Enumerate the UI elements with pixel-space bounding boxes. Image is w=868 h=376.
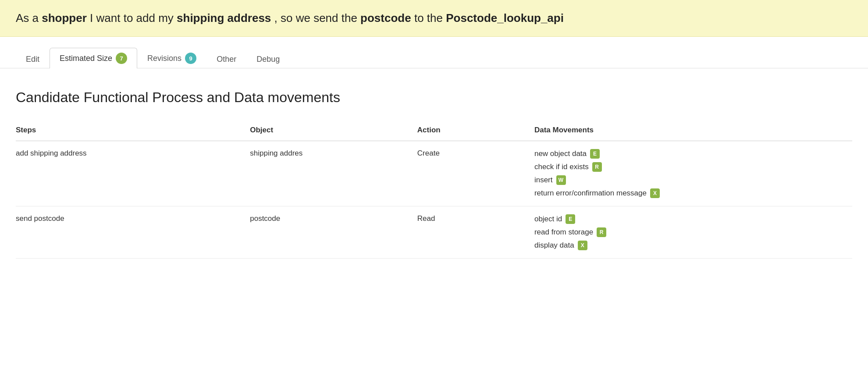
banner-shopper: shopper [42, 11, 87, 25]
data-table: Steps Object Action Data Movements add s… [16, 121, 852, 259]
movement-badge: X [578, 241, 587, 250]
data-movement-line: object idE [534, 214, 852, 224]
tab-edit-label: Edit [26, 55, 39, 64]
movement-text: object id [534, 215, 562, 223]
data-movement-line: check if id existsR [534, 162, 852, 172]
movement-badge: E [566, 214, 575, 224]
cell-action: Read [417, 206, 534, 259]
movement-badge: E [590, 149, 600, 159]
tab-estimated-size[interactable]: Estimated Size 7 [50, 48, 137, 68]
tab-revisions[interactable]: Revisions 9 [137, 48, 206, 68]
movement-text: read from storage [534, 228, 593, 237]
data-movement-line: new object dataE [534, 149, 852, 159]
banner-text: As a shopper I want to add my shipping a… [16, 11, 564, 25]
table-header-row: Steps Object Action Data Movements [16, 121, 852, 141]
banner-shipping-address: shipping address [177, 11, 271, 25]
tab-bar: Edit Estimated Size 7 Revisions 9 Other … [16, 47, 852, 68]
banner-postcode: postcode [360, 11, 411, 25]
data-movement-line: insertW [534, 175, 852, 185]
section-title: Candidate Functional Process and Data mo… [16, 89, 852, 106]
cell-data-movements: new object dataEcheck if id existsRinser… [534, 141, 852, 206]
tab-estimated-size-label: Estimated Size [60, 54, 112, 63]
movement-badge: X [650, 188, 660, 198]
tab-other-label: Other [217, 55, 236, 64]
estimated-size-badge: 7 [116, 53, 127, 64]
movement-text: check if id exists [534, 163, 589, 171]
tab-edit[interactable]: Edit [16, 50, 50, 68]
cell-steps: add shipping address [16, 141, 250, 206]
movement-text: return error/confirmation message [534, 189, 647, 198]
cell-object: postcode [250, 206, 417, 259]
col-header-action: Action [417, 121, 534, 141]
tabs-section: Edit Estimated Size 7 Revisions 9 Other … [0, 37, 868, 68]
movement-text: new object data [534, 149, 587, 158]
tab-other[interactable]: Other [206, 50, 246, 68]
data-movement-line: display dataX [534, 241, 852, 250]
table-row: send postcodepostcodeReadobject idEread … [16, 206, 852, 259]
table-row: add shipping addressshipping addresCreat… [16, 141, 852, 206]
story-banner: As a shopper I want to add my shipping a… [0, 0, 868, 37]
movement-text: insert [534, 176, 553, 184]
main-content: Candidate Functional Process and Data mo… [0, 68, 868, 274]
tab-debug-label: Debug [256, 55, 280, 64]
banner-api: Posctode_lookup_api [446, 11, 564, 25]
movement-text: display data [534, 241, 574, 250]
data-movement-line: read from storageR [534, 227, 852, 237]
cell-action: Create [417, 141, 534, 206]
col-header-steps: Steps [16, 121, 250, 141]
movement-badge: W [556, 175, 566, 185]
cell-steps: send postcode [16, 206, 250, 259]
movement-badge: R [597, 227, 606, 237]
tab-revisions-label: Revisions [147, 54, 181, 63]
movement-badge: R [592, 162, 602, 172]
revisions-badge: 9 [185, 53, 196, 64]
cell-object: shipping addres [250, 141, 417, 206]
data-movement-line: return error/confirmation messageX [534, 188, 852, 198]
col-header-data-movements: Data Movements [534, 121, 852, 141]
cell-data-movements: object idEread from storageRdisplay data… [534, 206, 852, 259]
col-header-object: Object [250, 121, 417, 141]
tab-debug[interactable]: Debug [246, 50, 290, 68]
